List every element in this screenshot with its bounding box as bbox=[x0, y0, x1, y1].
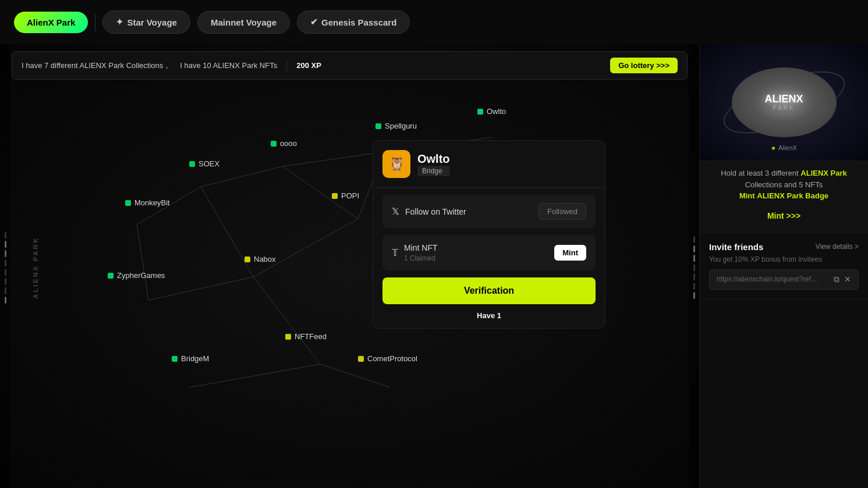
mint-task-label: Mint NFT bbox=[404, 243, 438, 252]
node-zyphergames[interactable]: ZypherGames bbox=[108, 271, 165, 280]
park-card: ALIENX PARK ★ AlienX Hold at least 3 dif… bbox=[700, 44, 868, 233]
park-logo-subtitle: PARK bbox=[764, 105, 803, 111]
invite-link-box: https://alienxchain.io/quest?ref... ⧉ ✕ bbox=[709, 269, 859, 290]
svg-line-2 bbox=[201, 166, 282, 187]
xp-badge: 200 XP bbox=[296, 61, 321, 70]
node-spellguru[interactable]: Spellguru bbox=[375, 122, 417, 130]
svg-line-8 bbox=[189, 364, 320, 387]
svg-line-12 bbox=[137, 225, 148, 300]
park-logo: ALIENX PARK bbox=[732, 67, 837, 137]
alienx-badge: ★ AlienX bbox=[771, 144, 797, 151]
map-area: ALIENX PARK I have 7 different ALIENX Pa… bbox=[0, 44, 699, 488]
node-oooo[interactable]: oooo bbox=[271, 139, 297, 148]
node-monkeybit[interactable]: MonkeyBit bbox=[125, 198, 170, 207]
nfts-text: I have 10 ALIENX Park NFTs bbox=[180, 61, 277, 70]
svg-line-6 bbox=[148, 277, 253, 300]
collections-text: I have 7 different ALIENX Park Collectio… bbox=[22, 60, 171, 71]
node-popi[interactable]: POPI bbox=[332, 191, 359, 200]
header: AlienX Park ✦ Star Voyage Mainnet Voyage… bbox=[0, 0, 868, 44]
popup-badge: Bridge bbox=[417, 166, 450, 176]
tab-mainnet-voyage[interactable]: Mainnet Voyage bbox=[197, 11, 290, 34]
mint-link[interactable]: Mint >>> bbox=[700, 209, 868, 223]
invite-header: Invite friends View details > bbox=[709, 242, 859, 252]
owlto-popup: 🦉 Owlto Bridge 𝕏 Follow on Twitter Follo… bbox=[373, 140, 605, 329]
right-panel: ALIENX PARK ★ AlienX Hold at least 3 dif… bbox=[699, 44, 868, 488]
invite-title: Invite friends bbox=[709, 242, 763, 252]
check-icon: ✔ bbox=[310, 17, 318, 27]
tab-genesis-passcard[interactable]: ✔ Genesis Passcard bbox=[297, 10, 410, 34]
main-layout: ALIENX PARK I have 7 different ALIENX Pa… bbox=[0, 44, 868, 488]
node-dot-spellguru bbox=[375, 123, 381, 129]
twitter-task-label: Follow on Twitter bbox=[405, 207, 466, 216]
info-bar: I have 7 different ALIENX Park Collectio… bbox=[12, 51, 688, 80]
mint-claimed-label: 1 Claimed bbox=[404, 254, 438, 262]
twitter-task: 𝕏 Follow on Twitter Followed bbox=[382, 195, 596, 228]
park-card-image: ALIENX PARK ★ AlienX bbox=[700, 44, 868, 161]
park-description: Hold at least 3 different ALIENX Park Co… bbox=[700, 161, 868, 209]
node-nftfeed[interactable]: NFTFeed bbox=[285, 332, 327, 341]
invite-section: Invite friends View details > You get 10… bbox=[700, 233, 868, 300]
star-voyage-icon: ✦ bbox=[116, 17, 123, 27]
twitter-icon: 𝕏 bbox=[392, 206, 399, 217]
mint-task: 𝕋 Mint NFT 1 Claimed Mint bbox=[382, 235, 596, 270]
node-bridgem[interactable]: BridgeM bbox=[172, 354, 209, 363]
svg-line-1 bbox=[282, 152, 384, 166]
svg-line-5 bbox=[253, 219, 358, 277]
node-dot-cometprotocol bbox=[358, 356, 364, 362]
node-dot-soex bbox=[189, 161, 195, 167]
left-scroll bbox=[0, 44, 10, 488]
nav-divider bbox=[95, 13, 95, 31]
share-icon[interactable]: ✕ bbox=[844, 275, 851, 284]
verification-button[interactable]: Verification bbox=[382, 277, 596, 304]
mint-button[interactable]: Mint bbox=[554, 245, 586, 261]
park-logo-text: ALIENX bbox=[764, 94, 803, 105]
node-dot-popi bbox=[332, 193, 338, 199]
go-lottery-button[interactable]: Go lottery >>> bbox=[610, 58, 678, 73]
svg-line-9 bbox=[320, 364, 390, 387]
invite-link-text: https://alienxchain.io/quest?ref... bbox=[717, 275, 829, 283]
node-cometprotocol[interactable]: CometProtocol bbox=[358, 354, 417, 363]
invite-actions: ⧉ ✕ bbox=[834, 275, 851, 284]
invite-sub: You get 10% XP bonus from invitees bbox=[709, 255, 859, 263]
popup-header: 🦉 Owlto Bridge bbox=[373, 141, 605, 188]
node-dot-nftfeed bbox=[285, 334, 291, 340]
node-dot-owlto bbox=[477, 109, 483, 115]
popup-title: Owlto bbox=[417, 152, 450, 166]
tab-alienx-park[interactable]: AlienX Park bbox=[14, 12, 88, 33]
node-soex[interactable]: SOEX bbox=[189, 159, 219, 168]
view-details-link[interactable]: View details > bbox=[816, 243, 859, 251]
svg-line-7 bbox=[253, 277, 320, 364]
node-dot-monkeybit bbox=[125, 200, 131, 206]
have-text: Have 1 bbox=[373, 311, 605, 328]
right-scroll bbox=[689, 44, 699, 488]
node-dot-nabox bbox=[245, 257, 250, 262]
node-nabox[interactable]: Nabox bbox=[245, 255, 276, 263]
popup-icon: 🦉 bbox=[382, 150, 410, 178]
node-dot-zyphergames bbox=[108, 273, 114, 279]
node-dot-bridgem bbox=[172, 356, 178, 362]
tab-star-voyage[interactable]: ✦ Star Voyage bbox=[102, 10, 190, 34]
mint-icon: 𝕋 bbox=[392, 247, 398, 258]
followed-button[interactable]: Followed bbox=[538, 203, 586, 220]
copy-icon[interactable]: ⧉ bbox=[834, 275, 839, 284]
node-dot-oooo bbox=[271, 141, 277, 147]
node-owlto[interactable]: Owlto bbox=[477, 107, 506, 116]
info-divider bbox=[286, 60, 287, 71]
vertical-label: ALIENX PARK bbox=[32, 236, 39, 298]
